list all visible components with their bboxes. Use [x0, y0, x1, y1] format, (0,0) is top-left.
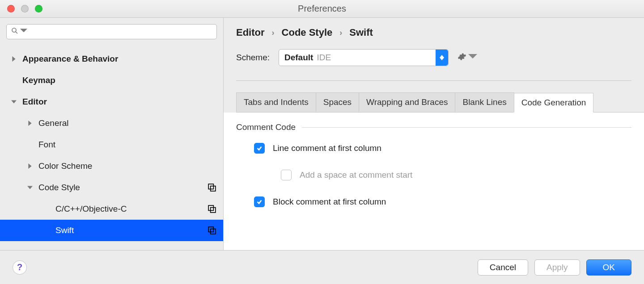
chevron-right-icon — [27, 163, 33, 169]
sidebar-item-label: General — [38, 118, 219, 128]
tab-code-generation[interactable]: Code Generation — [514, 93, 594, 113]
checkbox-label: Block comment at first column — [273, 197, 386, 207]
sidebar-item-label: Color Scheme — [38, 161, 219, 171]
sidebar-item-code-style[interactable]: Code Style — [0, 177, 223, 198]
search-icon — [11, 27, 20, 37]
dropdown-arrow-icon — [468, 52, 477, 63]
sidebar-item-label: Keymap — [22, 75, 219, 85]
tab-wrapping-braces[interactable]: Wrapping and Braces — [359, 92, 455, 112]
chevron-right-icon — [27, 120, 33, 126]
sidebar-item-general[interactable]: General — [0, 113, 223, 134]
svg-rect-6 — [208, 227, 213, 232]
ok-button[interactable]: OK — [586, 259, 631, 276]
svg-rect-7 — [211, 229, 216, 234]
checkbox-unchecked — [281, 170, 292, 180]
chevron-right-icon: › — [272, 28, 275, 38]
sidebar-item-color-scheme[interactable]: Color Scheme — [0, 155, 223, 177]
search-field[interactable] — [6, 24, 217, 39]
sidebar-item-font[interactable]: Font — [0, 134, 223, 155]
divider — [302, 127, 631, 128]
chevron-down-icon — [27, 184, 33, 191]
select-arrows-icon — [436, 50, 448, 66]
scheme-indicator-icon — [208, 205, 216, 213]
sidebar-item-label: Font — [38, 140, 219, 150]
preferences-window: Preferences Appearance & Behavior — [0, 0, 644, 284]
scheme-actions-button[interactable] — [458, 52, 477, 63]
sidebar-item-label: Code Style — [38, 183, 208, 192]
sidebar: Appearance & Behavior Keymap Editor Gene… — [0, 18, 224, 250]
svg-rect-5 — [211, 208, 216, 213]
svg-line-1 — [16, 32, 17, 33]
scheme-row: Scheme: Default IDE — [224, 40, 644, 77]
minimize-window-button — [21, 5, 29, 13]
sidebar-item-label: Appearance & Behavior — [22, 54, 219, 64]
scheme-indicator-icon — [208, 184, 216, 192]
scheme-label: Scheme: — [236, 53, 270, 63]
divider — [236, 80, 631, 81]
tab-spaces[interactable]: Spaces — [316, 92, 359, 112]
dropdown-arrow-icon — [20, 27, 29, 37]
checkbox-label: Line comment at first column — [273, 143, 381, 153]
close-window-button[interactable] — [7, 5, 15, 13]
breadcrumb-item: Editor — [236, 27, 265, 38]
scheme-value: Default — [284, 53, 313, 63]
sidebar-item-label: Swift — [55, 226, 208, 235]
tab-bar: Tabs and Indents Spaces Wrapping and Bra… — [236, 92, 644, 113]
maximize-window-button[interactable] — [35, 5, 42, 13]
svg-point-0 — [12, 28, 16, 32]
tab-blank-lines[interactable]: Blank Lines — [455, 92, 514, 112]
tab-content: Comment Code Line comment at first colum… — [224, 113, 644, 250]
option-add-space-comment-start: Add a space at comment start — [281, 170, 631, 180]
settings-tree: Appearance & Behavior Keymap Editor Gene… — [0, 44, 223, 250]
option-line-comment-first-column[interactable]: Line comment at first column — [254, 143, 631, 154]
apply-button: Apply — [534, 259, 580, 276]
checkbox-label: Add a space at comment start — [300, 170, 412, 180]
breadcrumb-item: Code Style — [282, 27, 333, 38]
cancel-button[interactable]: Cancel — [478, 259, 528, 276]
sidebar-item-swift[interactable]: Swift — [0, 220, 223, 241]
tab-tabs-indents[interactable]: Tabs and Indents — [236, 92, 316, 112]
sidebar-item-label: C/C++/Objective-C — [55, 204, 208, 214]
chevron-down-icon — [11, 99, 17, 105]
search-input[interactable] — [29, 27, 212, 37]
sidebar-item-c-cpp-objc[interactable]: C/C++/Objective-C — [0, 198, 223, 220]
breadcrumb: Editor › Code Style › Swift — [224, 18, 644, 40]
window-title: Preferences — [0, 4, 644, 14]
search-container — [0, 18, 223, 44]
scheme-subvalue: IDE — [317, 53, 331, 63]
svg-rect-4 — [208, 205, 213, 210]
footer: ? Cancel Apply OK — [0, 250, 644, 284]
window-controls — [0, 5, 42, 13]
sidebar-item-keymap[interactable]: Keymap — [0, 70, 223, 91]
section-header: Comment Code — [236, 122, 631, 132]
svg-rect-3 — [211, 186, 216, 191]
checkbox-checked[interactable] — [254, 143, 265, 154]
chevron-right-icon — [11, 56, 17, 62]
sidebar-item-editor[interactable]: Editor — [0, 91, 223, 113]
breadcrumb-item: Swift — [349, 27, 373, 38]
titlebar: Preferences — [0, 0, 644, 18]
scheme-select[interactable]: Default IDE — [279, 49, 449, 66]
checkbox-checked[interactable] — [254, 196, 265, 207]
gear-icon — [458, 52, 466, 63]
help-button[interactable]: ? — [13, 260, 27, 275]
option-block-comment-first-column[interactable]: Block comment at first column — [254, 196, 631, 207]
chevron-right-icon: › — [339, 28, 342, 38]
scheme-indicator-icon — [208, 226, 216, 234]
main-panel: Editor › Code Style › Swift Scheme: Defa… — [224, 18, 644, 250]
section-title: Comment Code — [236, 122, 296, 132]
svg-rect-2 — [208, 184, 213, 189]
body: Appearance & Behavior Keymap Editor Gene… — [0, 18, 644, 250]
sidebar-item-label: Editor — [22, 97, 219, 107]
sidebar-item-appearance-behavior[interactable]: Appearance & Behavior — [0, 48, 223, 70]
